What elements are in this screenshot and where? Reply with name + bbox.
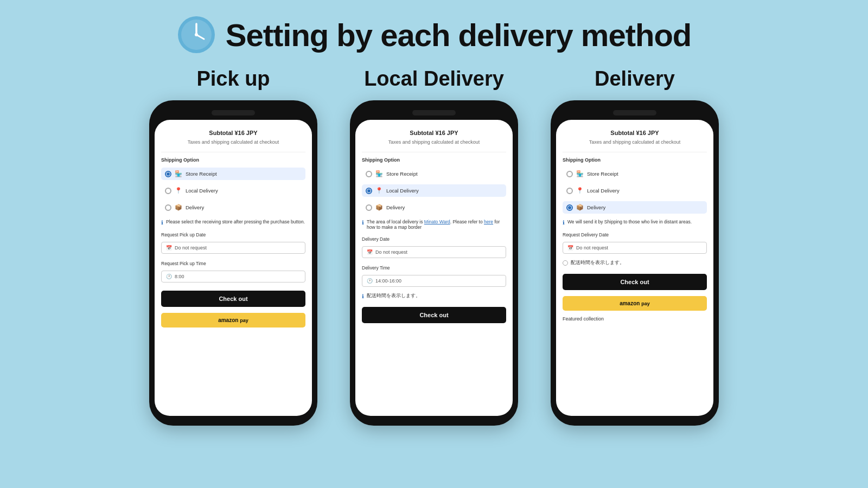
delivery-date-label: Delivery Date: [362, 236, 506, 242]
page-header: Setting by each delivery method: [177, 15, 692, 54]
pickup-content: Subtotal ¥16 JPY Taxes and shipping calc…: [155, 120, 312, 416]
page-title: Setting by each delivery method: [226, 17, 692, 53]
radio-store-3: [566, 171, 573, 177]
amazon-pay-text-2: pay: [641, 301, 650, 306]
radio-store-receipt: [165, 171, 171, 177]
pickup-date-value: Do not request: [175, 245, 207, 251]
delivery-icon: 📦: [175, 204, 182, 211]
delivery-time-value: 14:00-16:00: [375, 278, 401, 284]
local-option-local[interactable]: 📍 Local Delivery: [362, 184, 506, 197]
delivery-checkout-button[interactable]: Check out: [563, 274, 707, 290]
delivery-label: Delivery: [186, 204, 204, 210]
delivery-date-field[interactable]: 📅 Do not request: [362, 246, 506, 258]
delivery-req-date-value: Do not request: [576, 245, 608, 251]
radio-delivery: [165, 204, 171, 211]
local-delivery-section: Local Delivery Subtotal ¥16 JPY Taxes an…: [350, 67, 518, 426]
calendar-icon-3: 📅: [567, 245, 573, 251]
local-label-2: Local Delivery: [386, 188, 419, 194]
clock-icon-1: 🕐: [166, 274, 172, 279]
info-icon: ℹ: [161, 220, 163, 226]
delivery-option-local[interactable]: 📍 Local Delivery: [563, 184, 707, 197]
store-label-2: Store Receipt: [386, 171, 418, 177]
radio-delivery-2: [366, 204, 372, 211]
clock-icon-2: 🕐: [367, 278, 373, 284]
local-checkbox-label: 配送時間を表示します。: [367, 293, 420, 299]
local-delivery-label: Local Delivery: [186, 188, 218, 194]
delivery-phone: Subtotal ¥16 JPY Taxes and shipping calc…: [551, 100, 719, 426]
delivery-info-text: We will send it by Shipping to those who…: [567, 219, 692, 224]
info-icon-2: ℹ: [362, 220, 364, 226]
delivery-req-date-field[interactable]: 📅 Do not request: [563, 242, 707, 254]
delivery-option-store[interactable]: 🏪 Store Receipt: [563, 168, 707, 180]
phones-container: Pick up Subtotal ¥16 JPY Taxes and shipp…: [0, 67, 868, 426]
delivery-time-field[interactable]: 🕐 14:00-16:00: [362, 275, 506, 287]
pickup-checkout-button[interactable]: Check out: [161, 291, 305, 307]
local-delivery-screen: Subtotal ¥16 JPY Taxes and shipping calc…: [355, 120, 513, 416]
store-label-3: Store Receipt: [587, 171, 618, 177]
local-option-store[interactable]: 🏪 Store Receipt: [362, 168, 506, 180]
pickup-option-delivery[interactable]: 📦 Delivery: [161, 201, 305, 214]
local-checkout-button[interactable]: Check out: [362, 307, 506, 323]
radio-local-delivery: [165, 188, 171, 194]
local-checkbox-row[interactable]: ℹ 配送時間を表示します。: [362, 293, 506, 299]
delivery-option-delivery[interactable]: 📦 Delivery: [563, 201, 707, 214]
pickup-option-local[interactable]: 📍 Local Delivery: [161, 184, 305, 197]
delivery-icon-2: 📦: [375, 204, 383, 211]
delivery-section: Delivery Subtotal ¥16 JPY Taxes and ship…: [551, 67, 719, 426]
delivery-info: ℹ We will send it by Shipping to those w…: [563, 219, 707, 226]
delivery-section-label: Delivery: [595, 67, 675, 91]
amazon-text-1: amazon: [218, 317, 238, 323]
pickup-option-store[interactable]: 🏪 Store Receipt: [161, 168, 305, 180]
pickup-subtotal: Subtotal ¥16 JPY: [161, 130, 305, 136]
local-icon-3: 📍: [576, 187, 584, 194]
local-info-text: The area of local delivery is Minato War…: [367, 219, 506, 230]
here-link[interactable]: here: [484, 219, 493, 224]
pickup-time-label: Request Pick up Time: [161, 261, 305, 266]
pickup-date-label: Request Pick up Date: [161, 232, 305, 237]
delivery-amazon-pay-button[interactable]: amazon pay: [563, 296, 707, 311]
app-icon: [177, 15, 216, 54]
info-icon-3: ℹ: [362, 293, 364, 299]
local-option-delivery[interactable]: 📦 Delivery: [362, 201, 506, 214]
delivery-subtotal: Subtotal ¥16 JPY: [563, 130, 707, 136]
radio-local-3: [566, 188, 573, 194]
delivery-shipping-label: Shipping Option: [563, 157, 707, 163]
store-receipt-icon: 🏪: [175, 170, 182, 177]
pickup-date-field[interactable]: 📅 Do not request: [161, 242, 305, 254]
delivery-label-2: Delivery: [386, 204, 405, 210]
pickup-time-field[interactable]: 🕐 8:00: [161, 271, 305, 282]
store-icon-3: 🏪: [576, 170, 584, 177]
pickup-screen: Subtotal ¥16 JPY Taxes and shipping calc…: [155, 120, 312, 416]
local-subtotal: Subtotal ¥16 JPY: [362, 130, 506, 136]
delivery-screen: Subtotal ¥16 JPY Taxes and shipping calc…: [556, 120, 713, 416]
local-info: ℹ The area of local delivery is Minato W…: [362, 219, 506, 230]
pickup-shipping-label: Shipping Option: [161, 157, 305, 163]
delivery-req-date-label: Request Delivery Date: [563, 232, 707, 237]
local-delivery-content: Subtotal ¥16 JPY Taxes and shipping calc…: [355, 120, 513, 416]
delivery-taxes: Taxes and shipping calculated at checkou…: [563, 139, 707, 145]
pickup-info-text: Please select the receiving store after …: [166, 219, 305, 224]
delivery-checkbox-row[interactable]: 配送時間を表示します。: [563, 260, 707, 266]
delivery-checkbox-label: 配送時間を表示します。: [571, 260, 624, 266]
pickup-taxes: Taxes and shipping calculated at checkou…: [161, 139, 305, 145]
local-delivery-label: Local Delivery: [364, 67, 504, 91]
calendar-icon-1: 📅: [166, 245, 172, 251]
store-receipt-label: Store Receipt: [186, 171, 217, 177]
amazon-text-2: amazon: [620, 300, 640, 306]
local-delivery-icon: 📍: [175, 187, 182, 194]
delivery-label-3: Delivery: [587, 204, 605, 210]
pickup-section: Pick up Subtotal ¥16 JPY Taxes and shipp…: [149, 67, 317, 426]
local-label-3: Local Delivery: [587, 188, 620, 194]
pickup-amazon-pay-button[interactable]: amazon pay: [161, 313, 305, 328]
pickup-label: Pick up: [196, 67, 270, 91]
info-icon-4: ℹ: [563, 220, 565, 226]
local-taxes: Taxes and shipping calculated at checkou…: [362, 139, 506, 145]
pickup-info: ℹ Please select the receiving store afte…: [161, 219, 305, 226]
minato-link[interactable]: Minato Ward: [424, 219, 450, 224]
calendar-icon-2: 📅: [367, 249, 373, 255]
checkbox-circle: [563, 260, 568, 266]
store-icon-2: 🏪: [375, 170, 383, 177]
delivery-content: Subtotal ¥16 JPY Taxes and shipping calc…: [556, 120, 713, 416]
radio-local-2: [366, 188, 372, 194]
pickup-phone: Subtotal ¥16 JPY Taxes and shipping calc…: [149, 100, 317, 426]
